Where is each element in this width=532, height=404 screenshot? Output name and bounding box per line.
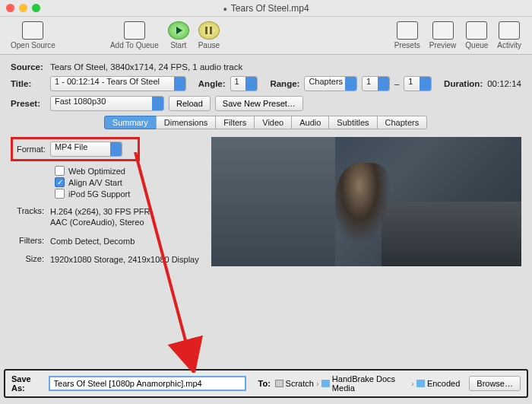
source-label: Source: xyxy=(11,62,46,72)
pause-button[interactable]: Pause xyxy=(198,21,220,49)
save-as-label: Save As: xyxy=(11,374,44,393)
chevron-right-icon: › xyxy=(316,379,319,388)
range-type-select[interactable]: Chapters xyxy=(304,76,357,91)
title-bar: Tears Of Steel.mp4 xyxy=(0,0,532,17)
preset-select[interactable]: Fast 1080p30 xyxy=(50,96,164,111)
checkbox-icon xyxy=(55,189,65,199)
angle-label: Angle: xyxy=(198,79,226,88)
add-to-queue-button[interactable]: Add To Queue xyxy=(110,21,159,49)
tab-dimensions[interactable]: Dimensions xyxy=(156,116,216,129)
range-label: Range: xyxy=(270,79,299,88)
web-optimized-checkbox[interactable]: Web Optimized xyxy=(55,166,201,176)
tab-video[interactable]: Video xyxy=(254,116,292,129)
tracks-value: H.264 (x264), 30 FPS PFR AAC (CoreAudio)… xyxy=(50,206,201,228)
pause-icon xyxy=(198,21,220,40)
video-preview xyxy=(211,137,521,266)
format-label: Format: xyxy=(17,145,46,154)
save-path-breadcrumb[interactable]: Scratch › HandBrake Docs Media › Encoded xyxy=(275,374,460,393)
content-area: Source: Tears Of Steel, 3840x1714, 24 FP… xyxy=(0,55,532,272)
queue-button[interactable]: Queue xyxy=(465,21,488,49)
queue-icon xyxy=(466,21,487,40)
chevron-right-icon: › xyxy=(411,379,414,388)
filters-value: Comb Detect, Decomb xyxy=(50,236,201,247)
main-toolbar: Open Source Add To Queue Start Pause Pre… xyxy=(0,17,532,55)
reload-button[interactable]: Reload xyxy=(169,96,211,111)
angle-select[interactable]: 1 xyxy=(230,76,258,91)
title-select[interactable]: 1 - 00:12:14 - Tears Of Steel xyxy=(50,76,186,91)
tab-chapters[interactable]: Chapters xyxy=(377,116,428,129)
play-icon xyxy=(168,21,189,40)
format-highlight: Format: MP4 File xyxy=(11,137,140,161)
open-source-icon xyxy=(22,21,43,40)
activity-icon xyxy=(499,21,520,40)
source-value: Tears Of Steel, 3840x1714, 24 FPS, 1 aud… xyxy=(50,62,242,72)
range-from-select[interactable]: 1 xyxy=(362,76,390,91)
save-as-input[interactable] xyxy=(49,376,246,391)
size-value: 1920x1080 Storage, 2419x1080 Display xyxy=(50,254,201,265)
duration-label: Duration: xyxy=(444,79,483,88)
tab-subtitles[interactable]: Subtitles xyxy=(328,116,377,129)
duration-value: 00:12:14 xyxy=(487,79,521,88)
open-source-button[interactable]: Open Source xyxy=(11,21,55,49)
tab-bar: Summary Dimensions Filters Video Audio S… xyxy=(11,116,521,129)
presets-icon xyxy=(397,21,418,40)
checkbox-icon xyxy=(55,166,65,176)
drive-icon xyxy=(275,380,283,387)
filters-label: Filters: xyxy=(11,236,50,247)
title-label: Title: xyxy=(11,79,46,88)
folder-icon xyxy=(321,380,330,387)
tab-audio[interactable]: Audio xyxy=(291,116,329,129)
to-label: To: xyxy=(258,379,271,388)
window-title: Tears Of Steel.mp4 xyxy=(0,3,532,14)
browse-button[interactable]: Browse… xyxy=(469,376,521,391)
save-preset-button[interactable]: Save New Preset… xyxy=(215,96,303,111)
activity-button[interactable]: Activity xyxy=(497,21,521,49)
folder-icon xyxy=(416,380,425,387)
range-to-select[interactable]: 1 xyxy=(404,76,432,91)
preview-button[interactable]: Preview xyxy=(429,21,457,49)
preview-icon xyxy=(432,21,454,40)
preset-label: Preset: xyxy=(11,99,46,108)
format-select[interactable]: MP4 File xyxy=(50,142,122,157)
queue-add-icon xyxy=(124,21,145,40)
save-bar: Save As: To: Scratch › HandBrake Docs Me… xyxy=(4,369,528,398)
start-button[interactable]: Start xyxy=(168,21,189,49)
tab-filters[interactable]: Filters xyxy=(215,116,255,129)
checkbox-checked-icon: ✓ xyxy=(55,177,65,187)
tab-summary[interactable]: Summary xyxy=(104,116,157,129)
align-av-checkbox[interactable]: ✓Align A/V Start xyxy=(55,177,201,187)
ipod-support-checkbox[interactable]: iPod 5G Support xyxy=(55,189,201,199)
tracks-label: Tracks: xyxy=(11,206,50,228)
size-label: Size: xyxy=(11,254,50,265)
presets-button[interactable]: Presets xyxy=(394,21,420,49)
